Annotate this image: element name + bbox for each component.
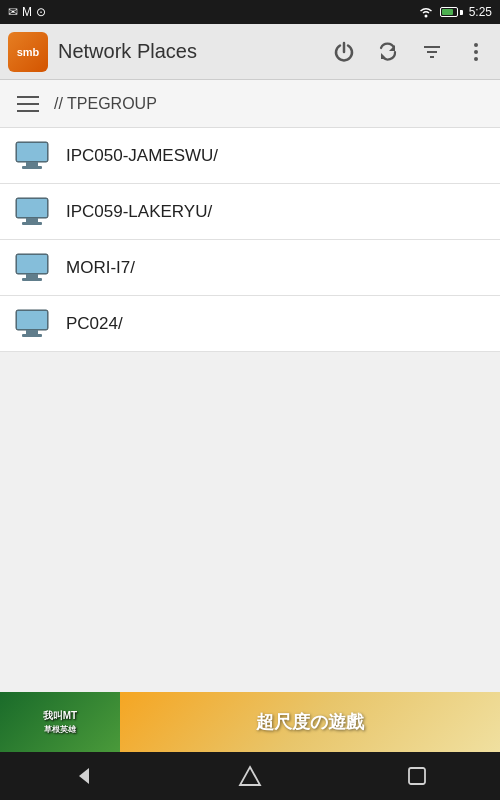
item-label: MORI-I7/ bbox=[66, 258, 135, 278]
camera-icon: ⊙ bbox=[36, 5, 46, 19]
network-list: IPC050-JAMESWU/ IPC059-LAKERYU/ MORI-I7/ bbox=[0, 128, 500, 352]
svg-marker-2 bbox=[381, 53, 387, 59]
gmail-icon: M bbox=[22, 5, 32, 19]
svg-point-0 bbox=[424, 15, 427, 18]
app-bar: smb Network Places bbox=[0, 24, 500, 80]
svg-point-7 bbox=[474, 50, 478, 54]
menu-button[interactable] bbox=[12, 88, 44, 120]
svg-rect-12 bbox=[22, 166, 42, 169]
item-label: PC024/ bbox=[66, 314, 123, 334]
time-display: 5:25 bbox=[469, 5, 492, 19]
more-button[interactable] bbox=[460, 36, 492, 68]
more-icon bbox=[473, 41, 479, 63]
computer-icon bbox=[12, 250, 52, 286]
menu-line-3 bbox=[17, 110, 39, 112]
computer-icon bbox=[12, 194, 52, 230]
battery-icon bbox=[440, 7, 463, 17]
nav-bar bbox=[0, 752, 500, 800]
menu-line-2 bbox=[17, 103, 39, 105]
svg-point-8 bbox=[474, 57, 478, 61]
app-title: Network Places bbox=[58, 40, 328, 63]
status-right-icons: 5:25 bbox=[418, 5, 492, 19]
status-left-icons: ✉ M ⊙ bbox=[8, 5, 46, 19]
power-button[interactable] bbox=[328, 36, 360, 68]
back-icon bbox=[71, 764, 95, 788]
recent-button[interactable] bbox=[387, 752, 447, 800]
status-bar: ✉ M ⊙ 5:25 bbox=[0, 0, 500, 24]
home-button[interactable] bbox=[220, 752, 280, 800]
ad-right: 超尺度の遊戲 bbox=[120, 692, 500, 752]
item-label: IPC059-LAKERYU/ bbox=[66, 202, 212, 222]
recent-icon bbox=[406, 765, 428, 787]
svg-rect-26 bbox=[26, 330, 38, 334]
svg-rect-21 bbox=[26, 274, 38, 278]
ad-banner[interactable]: 我叫MT草根英雄 超尺度の遊戲 bbox=[0, 692, 500, 752]
app-icon: smb bbox=[8, 32, 48, 72]
svg-rect-11 bbox=[26, 162, 38, 166]
notification-icon: ✉ bbox=[8, 5, 18, 19]
wifi-icon bbox=[418, 5, 434, 19]
svg-point-6 bbox=[474, 43, 478, 47]
svg-rect-13 bbox=[17, 143, 47, 161]
breadcrumb-row: // TPEGROUP bbox=[0, 80, 500, 128]
ad-left: 我叫MT草根英雄 bbox=[0, 692, 120, 752]
svg-rect-23 bbox=[17, 255, 47, 273]
svg-rect-18 bbox=[17, 199, 47, 217]
refresh-icon bbox=[377, 41, 399, 63]
list-item[interactable]: MORI-I7/ bbox=[0, 240, 500, 296]
svg-rect-27 bbox=[22, 334, 42, 337]
ad-content: 我叫MT草根英雄 超尺度の遊戲 bbox=[0, 692, 500, 752]
menu-line-1 bbox=[17, 96, 39, 98]
item-label: IPC050-JAMESWU/ bbox=[66, 146, 218, 166]
back-button[interactable] bbox=[53, 752, 113, 800]
list-item[interactable]: IPC059-LAKERYU/ bbox=[0, 184, 500, 240]
filter-button[interactable] bbox=[416, 36, 448, 68]
ad-text: 超尺度の遊戲 bbox=[256, 710, 364, 734]
filter-icon bbox=[421, 41, 443, 63]
svg-marker-29 bbox=[79, 768, 89, 784]
toolbar-icons bbox=[328, 36, 492, 68]
svg-rect-17 bbox=[22, 222, 42, 225]
computer-icon bbox=[12, 138, 52, 174]
list-item[interactable]: IPC050-JAMESWU/ bbox=[0, 128, 500, 184]
computer-icon bbox=[12, 306, 52, 342]
home-icon bbox=[238, 764, 262, 788]
svg-rect-31 bbox=[409, 768, 425, 784]
refresh-button[interactable] bbox=[372, 36, 404, 68]
breadcrumb-path: // TPEGROUP bbox=[54, 95, 157, 113]
svg-rect-22 bbox=[22, 278, 42, 281]
svg-marker-30 bbox=[240, 767, 260, 785]
list-item[interactable]: PC024/ bbox=[0, 296, 500, 352]
svg-rect-28 bbox=[17, 311, 47, 329]
svg-rect-16 bbox=[26, 218, 38, 222]
power-icon bbox=[333, 41, 355, 63]
